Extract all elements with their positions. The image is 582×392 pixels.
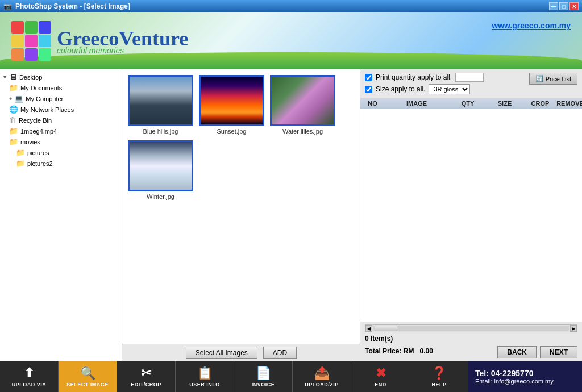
desktop-icon: 🖥 [10, 73, 17, 81]
image-preview-waterlilies [272, 77, 334, 124]
app-icon: 📷 [3, 2, 12, 10]
image-item-bluehills[interactable]: Blue hills.jpg [128, 75, 193, 135]
image-frame [128, 75, 193, 126]
sidebar-item-mycomputer[interactable]: + 💻 My Computer [0, 93, 122, 104]
network-icon: 🌐 [9, 105, 18, 114]
sidebar: ▼ 🖥 Desktop 📁 My Documents + 💻 My Comput… [0, 69, 122, 361]
toolbar-label-help: HELP [432, 382, 447, 387]
website-url[interactable]: www.greeco.com.my [492, 21, 571, 30]
sidebar-item-recycle[interactable]: 🗑 Recycle Bin [0, 115, 122, 126]
toolbar-label-upload-via: UPLOAD VIA [12, 382, 47, 387]
contact-info: Tel: 04-2295770 Email: info@greeco.com.m… [468, 361, 582, 392]
bottom-toolbar: ⬆ UPLOAD VIA 🔍 SELECT IMAGE ✂ EDIT/CROP … [0, 361, 582, 392]
price-list-icon: 🔄 [535, 75, 543, 82]
image-frame [128, 140, 193, 191]
print-qty-checkbox[interactable] [365, 74, 372, 81]
sidebar-item-pictures2[interactable]: 📁 pictures2 [0, 158, 122, 169]
col-crop: CROP [525, 100, 556, 107]
col-no: NO [363, 100, 383, 107]
toolbar-label-edit-crop: EDIT/CROP [131, 382, 161, 387]
end-icon: ✖ [376, 366, 386, 381]
toolbar-upload-zip[interactable]: 📤 UPLOAD/ZIP [293, 361, 351, 392]
next-button[interactable]: NEXT [540, 346, 577, 358]
toolbar-invoice[interactable]: 📄 INVOICE [234, 361, 293, 392]
sidebar-label-mydocs: My Documents [20, 85, 62, 91]
toolbar-edit-crop[interactable]: ✂ EDIT/CROP [117, 361, 176, 392]
total-price-value: 0.00 [419, 347, 433, 355]
toolbar-user-info[interactable]: 📋 USER INFO [176, 361, 234, 392]
sidebar-item-network[interactable]: 🌐 My Network Places [0, 104, 122, 115]
print-qty-row: Print quantity apply to all. [365, 73, 529, 82]
app-title: PhotoShop System - [Select Image] [15, 2, 130, 10]
image-label-sunset: Sunset.jpg [217, 128, 247, 135]
toolbar-end[interactable]: ✖ END [351, 361, 410, 392]
size-select[interactable]: 3R gloss 4R gloss 5R gloss 6R gloss [429, 84, 470, 94]
sidebar-label-1mpeg4: 1mpeg4.mp4 [20, 128, 57, 135]
sidebar-label-pictures2: pictures2 [27, 160, 53, 167]
recycle-icon: 🗑 [9, 116, 16, 124]
maximize-button[interactable]: □ [559, 2, 568, 10]
toolbar-help[interactable]: ❓ HELP [410, 361, 468, 392]
logo: GreecoVenture colourful memories [0, 21, 188, 61]
image-grid: Blue hills.jpg Sunset.jpg Water lilies.j… [122, 69, 360, 344]
computer-icon: 💻 [14, 94, 23, 103]
folder-icon: 📁 [9, 84, 18, 92]
image-item-sunset[interactable]: Sunset.jpg [199, 75, 264, 135]
sidebar-item-mydocs[interactable]: 📁 My Documents [0, 82, 122, 93]
print-qty-input[interactable] [455, 73, 484, 82]
minimize-button[interactable]: — [549, 2, 558, 10]
toolbar-label-upload-zip: UPLOAD/ZIP [305, 382, 339, 387]
scroll-thumb[interactable] [375, 326, 397, 331]
right-bottom: ◀ ▶ 0 Item(s) Total Price: RM 0.00 BACK … [360, 322, 582, 361]
price-list-button[interactable]: 🔄 Price List [529, 73, 577, 85]
image-label-bluehills: Blue hills.jpg [143, 128, 178, 135]
size-checkbox[interactable] [365, 86, 372, 93]
scroll-right[interactable]: ▶ [570, 325, 577, 332]
back-button[interactable]: BACK [497, 346, 537, 358]
col-size: SIZE [485, 100, 525, 107]
price-list-label: Price List [546, 76, 571, 82]
image-preview-bluehills [130, 77, 192, 124]
folder-icon: 📁 [9, 127, 18, 135]
user-info-icon: 📋 [197, 366, 213, 381]
help-icon: ❓ [431, 366, 447, 381]
sidebar-item-pictures[interactable]: 📁 pictures [0, 147, 122, 158]
toolbar-label-end: END [375, 382, 386, 387]
sidebar-item-desktop[interactable]: ▼ 🖥 Desktop [0, 72, 122, 82]
image-item-waterlilies[interactable]: Water lilies.jpg [270, 75, 335, 135]
sidebar-label-network: My Network Places [20, 106, 74, 113]
upload-zip-icon: 📤 [314, 366, 330, 381]
image-actions-bar: Select All Images ADD [122, 344, 360, 361]
table-header: NO IMAGE QTY SIZE CROP REMOVE [360, 98, 582, 109]
image-label-winter: Winter.jpg [147, 193, 174, 200]
size-row: Size apply to all. 3R gloss 4R gloss 5R … [365, 84, 529, 94]
nav-buttons: BACK NEXT [497, 346, 577, 358]
print-qty-label: Print quantity apply to all. [376, 73, 452, 81]
add-button[interactable]: ADD [263, 347, 297, 359]
total-price: Total Price: RM 0.00 [365, 347, 433, 355]
toolbar-select-image[interactable]: 🔍 SELECT IMAGE [59, 361, 117, 392]
close-button[interactable]: ✕ [569, 2, 579, 10]
right-panel: Print quantity apply to all. Size apply … [360, 69, 582, 361]
window-controls: — □ ✕ [549, 2, 579, 10]
image-preview-sunset [201, 77, 263, 124]
order-table [360, 109, 582, 322]
col-remove: REMOVE [556, 100, 582, 107]
phone-number: Tel: 04-2295770 [475, 369, 575, 378]
sidebar-item-1mpeg4[interactable]: 📁 1mpeg4.mp4 [0, 126, 122, 136]
image-label-waterlilies: Water lilies.jpg [282, 128, 323, 135]
select-image-icon: 🔍 [80, 366, 95, 381]
toolbar-label-invoice: INVOICE [252, 382, 275, 387]
right-top-controls: Print quantity apply to all. Size apply … [360, 69, 582, 98]
sidebar-item-movies[interactable]: 📁 movies [0, 136, 122, 147]
sidebar-label-mycomputer: My Computer [26, 95, 63, 102]
toolbar-upload-via[interactable]: ⬆ UPLOAD VIA [0, 361, 59, 392]
select-all-button[interactable]: Select All Images [186, 347, 257, 359]
scroll-left[interactable]: ◀ [365, 325, 372, 332]
folder-icon: 📁 [16, 148, 25, 157]
sidebar-label-desktop: Desktop [19, 74, 42, 81]
toolbar-label-select-image: SELECT IMAGE [66, 382, 109, 387]
image-item-winter[interactable]: Winter.jpg [128, 140, 193, 200]
horizontal-scrollbar[interactable]: ◀ ▶ [365, 324, 577, 332]
email-address: Email: info@greeco.com.my [475, 378, 575, 385]
